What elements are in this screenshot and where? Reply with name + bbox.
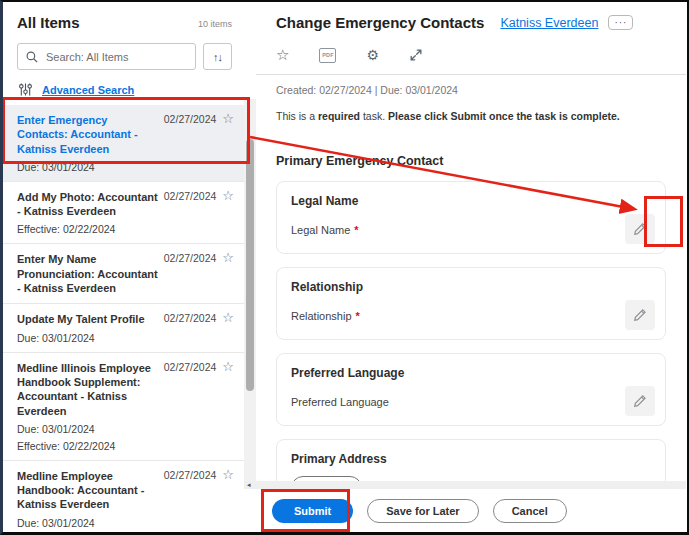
favorite-star-icon[interactable]: ☆ (222, 311, 234, 324)
toolbar-divider (256, 74, 686, 75)
item-due: Due: 03/01/2024 (17, 161, 158, 173)
required-asterisk: * (354, 224, 358, 236)
field-card-preferred-language: Preferred Language Preferred Language (276, 353, 666, 426)
workday-inbox-window: All Items 10 items Search: All Items ↑↓ … (0, 0, 689, 535)
item-title: Medline Illinois Employee Handbook Suppl… (17, 361, 158, 418)
search-icon (26, 51, 38, 63)
submit-button[interactable]: Submit (272, 499, 353, 523)
inbox-item-add-my-photo[interactable]: Add My Photo: Accountant - Katniss Everd… (3, 181, 244, 244)
inbox-header: All Items 10 items Search: All Items ↑↓ … (3, 2, 244, 96)
item-date: 02/27/2024 (164, 252, 217, 264)
field-label: Legal Name (291, 224, 350, 236)
item-due: Due: 03/01/2024 (17, 517, 158, 529)
item-effective: Effective: 02/22/2024 (17, 223, 158, 235)
inbox-item-illinois-handbook[interactable]: Medline Illinois Employee Handbook Suppl… (3, 352, 244, 460)
inbox-item-talent-profile[interactable]: Update My Talent Profile Due: 03/01/2024… (3, 303, 244, 351)
item-due: Due: 03/01/2024 (17, 332, 158, 344)
favorite-star-icon[interactable]: ☆ (222, 112, 234, 125)
field-group-heading: Legal Name (291, 194, 653, 208)
inbox-item-name-pronunciation[interactable]: Enter My Name Pronunciation: Accountant … (3, 243, 244, 303)
field-card-primary-address: Primary Address Add (276, 439, 666, 481)
sort-arrows-icon: ↑↓ (213, 51, 222, 63)
favorite-star-icon[interactable]: ☆ (222, 189, 234, 202)
item-title: Add My Photo: Accountant - Katniss Everd… (17, 190, 158, 219)
required-asterisk: * (356, 310, 360, 322)
search-input[interactable]: Search: All Items (17, 43, 196, 70)
horizontal-scrollbar[interactable]: ◂ (244, 481, 686, 489)
task-title: Change Emergency Contacts (276, 14, 484, 31)
inbox-item-employee-handbook[interactable]: Medline Employee Handbook: Accountant - … (3, 460, 244, 532)
field-group-heading: Primary Address (291, 452, 653, 466)
vertical-scrollbar-thumb[interactable] (246, 139, 254, 391)
favorite-star-icon[interactable]: ☆ (276, 46, 289, 64)
pencil-icon (633, 394, 647, 408)
inbox-title: All Items (17, 14, 80, 31)
item-title: Update My Talent Profile (17, 312, 158, 326)
task-panel: Change Emergency Contacts Katniss Everde… (256, 2, 686, 481)
edit-legal-name-button[interactable] (625, 214, 655, 244)
ellipsis-icon: ··· (614, 17, 627, 28)
vertical-scrollbar[interactable] (244, 99, 256, 482)
filter-sliders-icon (19, 83, 32, 96)
item-title: Enter My Name Pronunciation: Accountant … (17, 252, 158, 295)
sort-button[interactable]: ↑↓ (203, 43, 232, 70)
scroll-left-arrow-icon[interactable]: ◂ (247, 481, 251, 489)
item-title: Enter Emergency Contacts: Accountant - K… (17, 113, 158, 156)
inbox-panel: All Items 10 items Search: All Items ↑↓ … (3, 2, 244, 532)
advanced-search-link[interactable]: Advanced Search (42, 84, 134, 96)
search-placeholder: Search: All Items (46, 51, 129, 63)
edit-relationship-button[interactable] (625, 300, 655, 330)
item-date: 02/27/2024 (164, 113, 217, 125)
task-instruction: This is a required task. Please click Su… (276, 110, 666, 122)
inbox-item-count: 10 items (198, 19, 232, 31)
item-effective: Effective: 02/22/2024 (17, 440, 158, 452)
save-for-later-button[interactable]: Save for Later (367, 499, 478, 523)
item-date: 02/27/2024 (164, 469, 217, 481)
field-label: Relationship (291, 310, 352, 322)
item-title: Medline Employee Handbook: Accountant - … (17, 469, 158, 512)
cancel-button[interactable]: Cancel (493, 499, 567, 523)
worker-link[interactable]: Katniss Everdeen (500, 16, 598, 30)
created-due-line: Created: 02/27/2024 | Due: 03/01/2024 (276, 84, 666, 96)
item-date: 02/27/2024 (164, 361, 217, 373)
field-group-heading: Preferred Language (291, 366, 653, 380)
item-date: 02/27/2024 (164, 312, 217, 324)
task-toolbar: ☆ PDF ⚙ (276, 46, 666, 64)
task-footer: Submit Save for Later Cancel (256, 489, 686, 532)
pencil-icon (633, 222, 647, 236)
field-group-heading: Relationship (291, 280, 653, 294)
item-date: 02/27/2024 (164, 190, 217, 202)
field-card-relationship: Relationship Relationship* (276, 267, 666, 340)
field-label: Preferred Language (291, 396, 389, 408)
gear-icon[interactable]: ⚙ (366, 47, 379, 63)
favorite-star-icon[interactable]: ☆ (222, 360, 234, 373)
favorite-star-icon[interactable]: ☆ (222, 251, 234, 264)
inbox-item-enter-emergency-contacts[interactable]: Enter Emergency Contacts: Accountant - K… (3, 105, 244, 181)
inbox-list: Enter Emergency Contacts: Accountant - K… (3, 105, 244, 532)
more-options-button[interactable]: ··· (608, 15, 633, 30)
item-due: Due: 03/01/2024 (17, 423, 158, 435)
pdf-icon[interactable]: PDF (319, 48, 336, 63)
favorite-star-icon[interactable]: ☆ (222, 468, 234, 481)
edit-preferred-language-button[interactable] (625, 386, 655, 416)
section-title: Primary Emergency Contact (276, 154, 666, 168)
expand-icon[interactable] (409, 48, 423, 62)
field-card-legal-name: Legal Name Legal Name* (276, 181, 666, 254)
pencil-icon (633, 308, 647, 322)
